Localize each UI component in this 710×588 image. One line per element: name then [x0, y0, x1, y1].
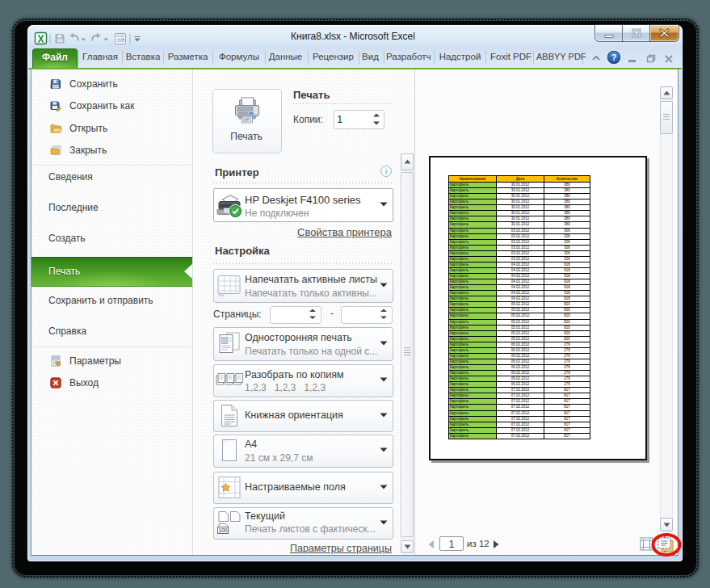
svg-text:100: 100	[219, 527, 228, 533]
